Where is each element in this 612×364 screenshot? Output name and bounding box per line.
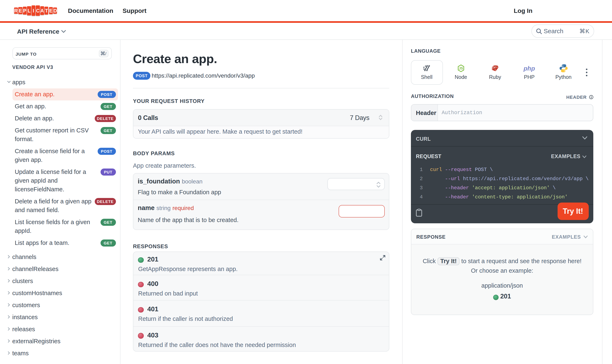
svg-text:JS: JS [459,66,463,70]
